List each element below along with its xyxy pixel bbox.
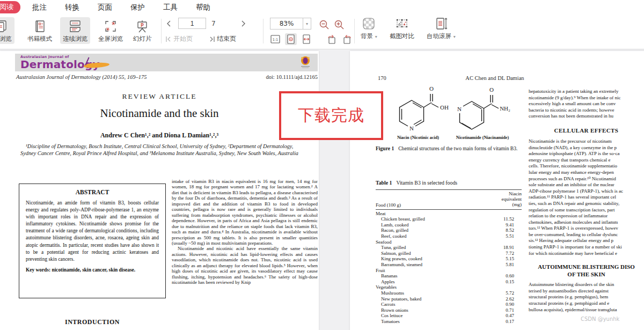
continuous-view-icon — [68, 19, 82, 33]
body-paragraph: intake of vitamin B3 in niacin equivalen… — [172, 179, 318, 246]
fit-page-button[interactable] — [285, 33, 297, 45]
end-page-button[interactable]: 结束页 — [209, 34, 236, 43]
svg-text:O: O — [489, 86, 494, 93]
fullscreen-button[interactable]: 全屏浏览 — [96, 17, 126, 44]
book-mode-label: 书籍模式 — [27, 35, 52, 43]
pdf-page-170: 170 AC Chen and DL Damian O OH N — [350, 51, 644, 330]
table-row: New potatoes, baked 2.62 — [376, 296, 522, 302]
table1-rows: Meat Chicken breast, grilled 11.52 Lamb,… — [376, 211, 522, 325]
paper-authors: Andrew C Chen¹,² and Diona L Damian¹,²,³ — [0, 131, 319, 140]
svg-text:OH: OH — [440, 104, 449, 111]
table-rule — [376, 209, 522, 210]
screenshot-compare-button[interactable]: 截图对比 — [390, 17, 414, 40]
pdf-page-169: Australasian Journal of Dermatology Aust… — [0, 51, 319, 330]
table1-title: Table 1Vitamin B3 in selected foods — [376, 180, 522, 186]
chevron-down-icon: ▾ — [375, 34, 377, 39]
document-scroll-area[interactable]: Australasian Journal of Dermatology Aust… — [0, 49, 644, 330]
page-jump-row: 开始页 结束页 — [165, 34, 236, 43]
fullscreen-icon — [104, 19, 118, 33]
background-button[interactable]: 背景 ▾ — [361, 17, 377, 40]
table1-vitamin-b3: Table 1Vitamin B3 in selected foods Food… — [376, 180, 522, 324]
table-row: Lamb, cooked 9.41 — [376, 222, 522, 228]
rotate-right-button[interactable] — [341, 33, 353, 45]
screenshot-compare-label: 截图对比 — [390, 32, 414, 40]
menu-item[interactable]: 帮助 — [196, 3, 210, 12]
page-number: 170 — [378, 75, 386, 81]
chevron-down-icon[interactable]: ▾ — [303, 18, 311, 30]
paper-affiliations: ¹Discipline of Dermatology, Bosch Instit… — [19, 143, 299, 157]
slideshow-icon: P — [135, 19, 149, 33]
slideshow-label: 幻灯片 — [133, 35, 152, 43]
table-row: Carrots 0.90 — [376, 302, 522, 307]
section-heading-autoimmune: AUTOIMMUNE BLISTERING DISO OF THE SKIN — [529, 263, 644, 278]
abstract-heading: ABSTRACT — [26, 189, 159, 195]
zoom-out-icon[interactable] — [319, 19, 330, 30]
zoom-level-select[interactable]: 83% ▾ — [270, 18, 311, 30]
table-row: Barramundi, steamed 5.81 — [376, 262, 522, 268]
table-row: Brown onions 0.71 — [376, 307, 522, 313]
table-row: Beef, cooked 5.51 — [376, 233, 522, 239]
chevron-down-icon: ▾ — [453, 34, 456, 39]
book-mode-button[interactable]: 书籍模式 — [25, 17, 55, 44]
previous-page-icon[interactable] — [165, 20, 173, 27]
toolbar-divider — [161, 19, 162, 43]
background-icon — [362, 17, 376, 31]
paper-title: Nicotinamide and the skin — [0, 107, 319, 120]
autoscroll-button[interactable]: 自动滚屏 ▾ — [427, 17, 456, 40]
rotate-left-button[interactable] — [326, 33, 338, 45]
pdf-reader-window: 阅读 批注转换页面保护工具帮助 页浏览 书籍模式 — [0, 0, 644, 330]
citation-text: Australasian Journal of Dermatology (201… — [16, 74, 147, 80]
svg-text:O: O — [429, 85, 434, 92]
download-complete-toast: 下载完成 — [279, 91, 383, 140]
toolbar: 页浏览 书籍模式 连续浏览 — [0, 14, 644, 49]
continuous-view-button[interactable]: 连续浏览 — [60, 17, 90, 44]
table1-header: Food (100 g) Niacin equivalent (mg) — [376, 190, 522, 209]
book-mode-icon — [33, 19, 47, 33]
table-row: Meat — [376, 211, 522, 217]
abstract-box: ABSTRACT Nicotinamide, an amide form of … — [19, 184, 166, 298]
start-page-icon — [165, 36, 172, 42]
menu-item[interactable]: 保护 — [130, 3, 145, 12]
next-page-icon[interactable] — [239, 20, 247, 27]
svg-text:P: P — [141, 23, 144, 28]
actual-size-button[interactable]: 1:1 — [269, 33, 281, 45]
fit-width-button[interactable] — [301, 33, 312, 45]
autoscroll-icon — [434, 17, 448, 31]
csdn-watermark: CSDN @yunhk — [581, 316, 619, 322]
menu-items: 批注转换页面保护工具帮助 — [32, 3, 210, 12]
svg-text:N: N — [409, 125, 414, 131]
body-paragraph: hepatotoxicity in a patient taking an ex… — [529, 89, 644, 120]
page-number-input[interactable] — [178, 18, 206, 29]
column-niacin-equivalent: Niacin equivalent (mg) — [502, 191, 522, 208]
download-complete-text: 下载完成 — [298, 105, 364, 127]
total-pages: 7 — [211, 20, 216, 27]
svg-text:Nicotinamide (Niacinamide): Nicotinamide (Niacinamide) — [456, 135, 509, 140]
column-food: Food (100 g) — [376, 202, 401, 208]
slideshow-button[interactable]: P 幻灯片 — [130, 17, 155, 44]
body-paragraph: Nicotinamide is the precursor of nicotin… — [529, 138, 644, 256]
screenshot-compare-icon — [395, 17, 409, 31]
table-row: Vegetables — [376, 284, 522, 290]
table-row: Mushrooms 5.72 — [376, 290, 522, 296]
menu-item[interactable]: 工具 — [163, 3, 178, 12]
svg-text:NH₂: NH₂ — [500, 105, 510, 112]
menu-bar: 阅读 批注转换页面保护工具帮助 — [0, 0, 644, 14]
table-row: Seafood — [376, 239, 522, 245]
menu-item[interactable]: 批注 — [32, 3, 47, 12]
end-page-icon — [209, 36, 215, 42]
zoom-level-value: 83% — [270, 18, 303, 30]
menu-item[interactable]: 转换 — [65, 3, 79, 12]
journal-banner: Australasian Journal of Dermatology — [15, 54, 318, 71]
autoscroll-label: 自动滚屏 ▾ — [427, 32, 456, 40]
tab-read-active[interactable]: 阅读 — [0, 1, 20, 13]
doi-text: doi: 10.1111/ajd.12165 — [266, 74, 318, 80]
page-view-button[interactable]: 页浏览 — [0, 17, 14, 44]
menu-item[interactable]: 页面 — [98, 3, 112, 12]
body-text-column: hepatotoxicity in a patient taking an ex… — [529, 89, 644, 330]
figure1-chemical-structures: O OH N O NH₂ N Niacin (Nic — [379, 83, 514, 143]
table-row: Tuna, grilled 18.91 — [376, 245, 522, 251]
zoom-in-icon[interactable] — [334, 19, 345, 30]
body-text-column: intake of vitamin B3 in niacin equivalen… — [172, 179, 318, 330]
toolbar-divider — [354, 19, 355, 43]
start-page-button[interactable]: 开始页 — [165, 34, 193, 43]
